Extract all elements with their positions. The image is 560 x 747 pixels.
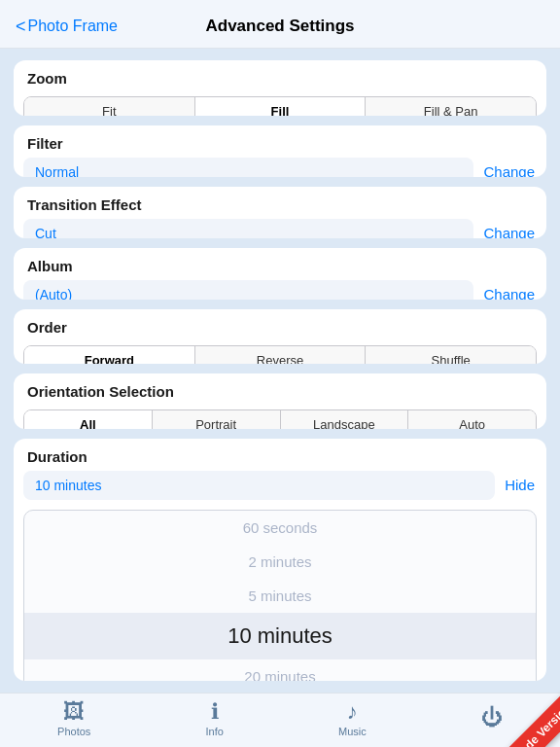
orientation-segmented: All Portrait Landscape Auto	[23, 409, 537, 429]
orientation-option-auto[interactable]: Auto	[408, 410, 536, 429]
orientation-option-landscape[interactable]: Landscape	[281, 410, 409, 429]
duration-header-row: 10 minutes Hide	[14, 471, 546, 510]
picker-item-10m[interactable]: 10 minutes	[24, 613, 536, 659]
info-icon: ℹ	[211, 701, 219, 723]
zoom-label: Zoom	[14, 60, 546, 92]
tab-bar: 🖼 Photos ℹ Info ♪ Music ⏻	[0, 693, 560, 747]
orientation-option-all[interactable]: All	[24, 410, 153, 429]
filter-change-button[interactable]: Change	[481, 160, 537, 177]
album-card: Album (Auto) Change	[14, 248, 546, 300]
order-option-forward[interactable]: Forward	[24, 346, 195, 365]
filter-label: Filter	[14, 125, 546, 158]
transition-label: Transition Effect	[14, 187, 546, 219]
zoom-option-fit[interactable]: Fit	[24, 97, 195, 116]
tab-info[interactable]: ℹ Info	[205, 701, 223, 737]
zoom-option-fill-pan[interactable]: Fill & Pan	[366, 97, 536, 116]
orientation-option-portrait[interactable]: Portrait	[153, 410, 281, 429]
tab-music-label: Music	[338, 726, 367, 737]
tab-info-label: Info	[205, 726, 223, 737]
page-title: Advanced Settings	[205, 17, 354, 36]
duration-card: Duration 10 minutes Hide 60 seconds 2 mi…	[14, 439, 546, 681]
filter-row: Normal Change	[14, 158, 546, 177]
transition-row: Cut Change	[14, 219, 546, 238]
filter-value: Normal	[23, 158, 473, 177]
tab-photos-label: Photos	[57, 726, 90, 737]
photos-icon: 🖼	[63, 701, 85, 723]
picker-item-2m[interactable]: 2 minutes	[24, 545, 536, 579]
order-option-shuffle[interactable]: Shuffle	[366, 346, 536, 365]
album-value: (Auto)	[23, 280, 473, 300]
order-card: Order Forward Reverse Shuffle	[14, 309, 546, 365]
picker-item-5m[interactable]: 5 minutes	[24, 579, 536, 613]
zoom-card: Zoom Fit Fill Fill & Pan	[14, 60, 546, 116]
back-label: Photo Frame	[28, 18, 118, 35]
tab-photos[interactable]: 🖼 Photos	[57, 701, 90, 737]
order-segmented: Forward Reverse Shuffle	[23, 345, 537, 365]
transition-card: Transition Effect Cut Change	[14, 187, 546, 238]
header: < Photo Frame Advanced Settings	[0, 0, 560, 49]
back-button[interactable]: < Photo Frame	[16, 18, 118, 35]
duration-picker[interactable]: 60 seconds 2 minutes 5 minutes 10 minute…	[23, 510, 537, 681]
album-row: (Auto) Change	[14, 280, 546, 300]
content-area: Zoom Fit Fill Fill & Pan Filter Normal C…	[0, 49, 560, 693]
album-change-button[interactable]: Change	[481, 282, 537, 300]
music-icon: ♪	[347, 701, 358, 723]
tab-music[interactable]: ♪ Music	[338, 701, 367, 737]
screen: < Photo Frame Advanced Settings Zoom Fit…	[0, 0, 560, 747]
power-icon: ⏻	[481, 707, 503, 729]
zoom-segmented: Fit Fill Fill & Pan	[23, 96, 537, 116]
duration-hide-button[interactable]: Hide	[503, 473, 537, 497]
transition-change-button[interactable]: Change	[481, 221, 537, 238]
tab-power[interactable]: ⏻	[481, 707, 503, 731]
album-label: Album	[14, 248, 546, 280]
back-chevron-icon: <	[16, 18, 26, 35]
orientation-card: Orientation Selection All Portrait Lands…	[14, 374, 546, 429]
picker-item-60s[interactable]: 60 seconds	[24, 511, 536, 545]
duration-value: 10 minutes	[23, 471, 495, 500]
zoom-option-fill[interactable]: Fill	[195, 97, 367, 116]
order-option-reverse[interactable]: Reverse	[195, 346, 367, 365]
orientation-label: Orientation Selection	[14, 374, 546, 406]
duration-label: Duration	[14, 439, 546, 471]
filter-card: Filter Normal Change	[14, 125, 546, 177]
transition-value: Cut	[23, 219, 473, 238]
order-label: Order	[14, 309, 546, 341]
picker-item-20m[interactable]: 20 minutes	[24, 659, 536, 681]
